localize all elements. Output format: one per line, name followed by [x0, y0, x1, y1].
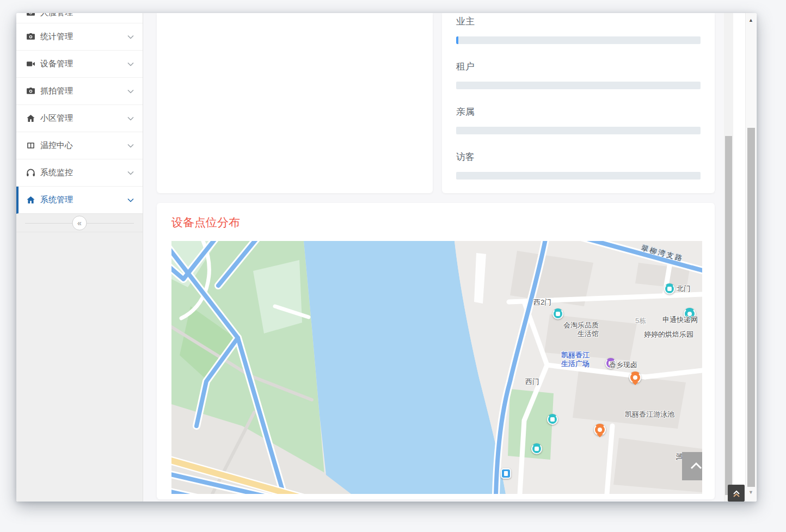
outer-scrollbar-thumb[interactable] — [747, 128, 755, 487]
content-panel-empty — [157, 13, 433, 193]
sidebar-item-label: 系统管理 — [40, 195, 73, 205]
sidebar-item-label: 抓拍管理 — [40, 86, 73, 96]
app-window: 人脸管理 统计管理 设备管理 抓拍管理 小区管理 温控中心 — [16, 13, 757, 502]
home-icon — [26, 195, 35, 205]
inner-scrollbar[interactable] — [724, 13, 733, 502]
poi-building5-label: 5栋 — [635, 317, 646, 325]
camera-icon — [26, 86, 35, 96]
sidebar-item-temperature-center[interactable]: 温控中心 — [16, 132, 143, 159]
sidebar-item-label: 小区管理 — [40, 113, 73, 123]
camera-icon — [26, 32, 35, 41]
poi-west-gate-marker[interactable] — [531, 443, 542, 454]
poi-express-label: 申通快递网 — [662, 316, 698, 324]
inner-scrollbar-thumb[interactable] — [725, 136, 732, 495]
page-back-to-top-button[interactable] — [728, 485, 745, 502]
stat-row: 亲属 — [456, 106, 701, 134]
sidebar-item-label: 人脸管理 — [40, 13, 73, 18]
sidebar-item-capture[interactable]: 抓拍管理 — [16, 78, 143, 105]
scroll-up-arrow[interactable]: ▲ — [746, 17, 756, 23]
chevron-down-icon — [127, 144, 134, 148]
sidebar-item-system-mgmt[interactable]: 系统管理 — [16, 187, 143, 214]
sidebar-item-community[interactable]: 小区管理 — [16, 105, 143, 132]
map-back-to-top-button[interactable] — [682, 452, 702, 480]
sidebar-item-label: 系统监控 — [40, 168, 73, 178]
chevron-down-icon — [127, 89, 134, 94]
video-camera-icon — [26, 59, 35, 69]
stat-label: 亲属 — [456, 106, 701, 118]
chevron-up-icon — [687, 457, 702, 475]
poi-plaza-label: 凯丽香江 生活广场 — [561, 351, 590, 368]
poi-food-label: 香乡现卤 — [609, 361, 637, 369]
outer-scrollbar[interactable]: ▲ ▼ — [745, 13, 756, 502]
stat-row: 访客 — [456, 151, 701, 180]
sidebar-item-face-mgmt[interactable]: 人脸管理 — [16, 13, 143, 23]
poi-west-gate2-marker[interactable] — [552, 308, 563, 319]
sidebar-item-label: 温控中心 — [40, 140, 73, 151]
sidebar-item-system-monitor[interactable]: 系统监控 — [16, 159, 143, 187]
poi-west-gate-label: 西门 — [525, 378, 539, 386]
stat-label: 访客 — [456, 151, 701, 163]
chevron-down-icon — [127, 198, 134, 202]
poi-plaza-marker[interactable] — [547, 414, 558, 425]
bus-stop-icon[interactable] — [501, 468, 511, 479]
poi-bakery-marker[interactable] — [629, 372, 641, 383]
sidebar-collapse-button[interactable]: « — [72, 215, 87, 230]
sidebar-collapse-row: « — [16, 214, 143, 232]
chevron-down-icon — [127, 171, 134, 175]
person-stats-panel: 业主 租户 亲属 访客 — [442, 13, 715, 193]
sidebar-item-devices[interactable]: 设备管理 — [16, 51, 143, 78]
progress-track — [456, 36, 701, 44]
double-chevron-up-icon — [731, 488, 742, 499]
camera-icon — [26, 13, 35, 17]
chevron-down-icon — [127, 35, 134, 39]
device-map-panel: 设备点位分布 — [157, 203, 715, 499]
poi-west-gate2-label: 西2门 — [533, 298, 551, 307]
stat-label: 业主 — [456, 16, 701, 28]
stat-row: 业主 — [456, 16, 701, 44]
poi-swimming-label: 凯丽香江游泳池 — [625, 410, 674, 419]
progress-track — [456, 172, 701, 180]
progress-fill — [456, 36, 458, 44]
poi-shopping-label: 会淘乐品质 生活馆 — [544, 321, 599, 338]
sidebar-empty-area — [16, 232, 143, 502]
chevron-double-left-icon: « — [77, 219, 82, 227]
progress-track — [456, 127, 701, 134]
poi-north-gate-marker[interactable] — [664, 283, 675, 294]
headphones-icon — [26, 168, 35, 177]
progress-track — [456, 82, 701, 89]
scroll-down-arrow[interactable]: ▼ — [746, 490, 756, 495]
sidebar-item-label: 设备管理 — [40, 59, 73, 69]
map-panel-title: 设备点位分布 — [171, 215, 715, 230]
sidebar: 人脸管理 统计管理 设备管理 抓拍管理 小区管理 温控中心 — [16, 13, 143, 502]
map-container[interactable]: 翠柳湾支路 北门 申通快递网 西2门 5栋 会淘乐品质 生活馆 婷婷的烘焙乐园 … — [171, 241, 702, 494]
sidebar-item-statistics[interactable]: 统计管理 — [16, 23, 143, 51]
sidebar-item-label: 统计管理 — [40, 32, 73, 42]
columns-icon — [26, 141, 35, 150]
poi-bakery-label: 婷婷的烘焙乐园 — [644, 330, 693, 339]
poi-food-marker[interactable] — [594, 424, 606, 436]
main-content: 业主 租户 亲属 访客 — [144, 13, 724, 502]
stat-row: 租户 — [456, 61, 701, 89]
stat-label: 租户 — [456, 61, 701, 73]
chevron-down-icon — [127, 116, 134, 121]
chevron-down-icon — [127, 62, 134, 66]
home-icon — [26, 114, 35, 123]
poi-north-gate-label: 北门 — [677, 284, 691, 293]
